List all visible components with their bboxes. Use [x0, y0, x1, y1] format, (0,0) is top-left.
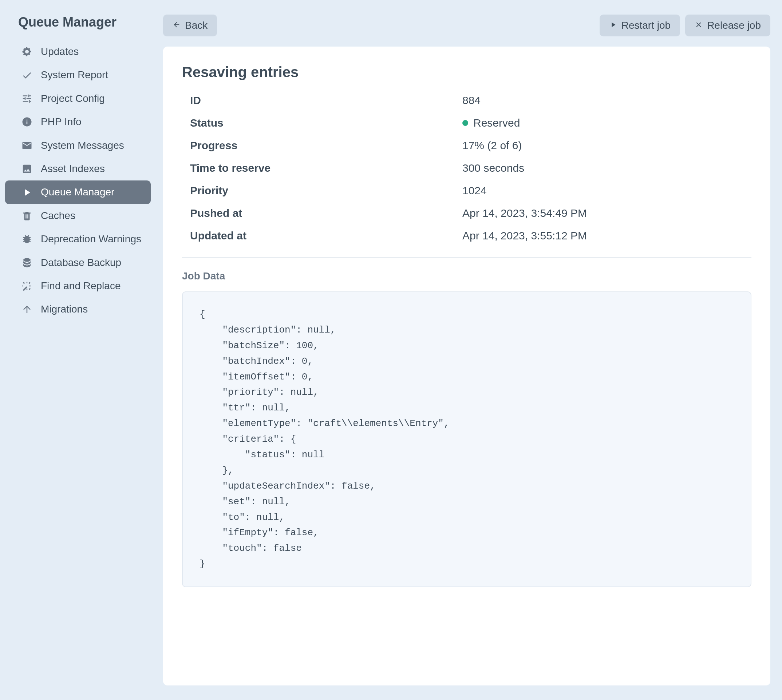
sidebar-item-updates[interactable]: Updates: [5, 40, 151, 63]
divider: [182, 257, 752, 258]
back-button[interactable]: Back: [163, 15, 217, 37]
details-label: Status: [182, 117, 462, 129]
sidebar-item-label: Asset Indexes: [41, 162, 105, 175]
content-card: Resaving entries ID884StatusReservedProg…: [163, 47, 770, 685]
sidebar-item-label: Caches: [41, 209, 75, 222]
release-job-label: Release job: [707, 20, 761, 31]
wand-icon: [21, 280, 33, 292]
restart-job-label: Restart job: [622, 20, 671, 31]
sidebar-title: Queue Manager: [5, 15, 151, 40]
details-value-text: 300 seconds: [462, 162, 524, 174]
arrow-left-icon: [172, 20, 180, 31]
details-value: 300 seconds: [462, 162, 752, 174]
toolbar: Back Restart job Release job: [163, 15, 770, 37]
sidebar-item-label: PHP Info: [41, 115, 82, 128]
close-icon: [695, 20, 703, 31]
sidebar-item-caches[interactable]: Caches: [5, 204, 151, 227]
image-icon: [21, 163, 33, 175]
sidebar-item-label: Queue Manager: [41, 185, 114, 198]
sidebar-item-label: System Report: [41, 68, 108, 82]
info-icon: [21, 116, 33, 128]
sidebar-item-label: Updates: [41, 45, 79, 58]
status-dot-icon: [462, 120, 468, 126]
job-data-code: { "description": null, "batchSize": 100,…: [182, 292, 752, 587]
details-label: ID: [182, 94, 462, 107]
sidebar-item-migrations[interactable]: Migrations: [5, 298, 151, 321]
sliders-icon: [21, 93, 33, 104]
nav-list: UpdatesSystem ReportProject ConfigPHP In…: [5, 40, 151, 321]
job-data-heading: Job Data: [182, 270, 752, 282]
sidebar-item-find-and-replace[interactable]: Find and Replace: [5, 274, 151, 298]
details-label: Priority: [182, 185, 462, 197]
details-value-text: Apr 14, 2023, 3:54:49 PM: [462, 207, 587, 219]
page-title: Resaving entries: [182, 64, 752, 80]
details-value: 1024: [462, 185, 752, 197]
details-value: Apr 14, 2023, 3:55:12 PM: [462, 230, 752, 242]
details-label: Time to reserve: [182, 162, 462, 174]
arrow-up-icon: [21, 303, 33, 315]
sidebar-item-project-config[interactable]: Project Config: [5, 87, 151, 110]
details-table: ID884StatusReservedProgress17% (2 of 6)T…: [182, 89, 752, 247]
restart-job-button[interactable]: Restart job: [600, 15, 680, 37]
details-value: Reserved: [462, 117, 752, 129]
details-row: Updated atApr 14, 2023, 3:55:12 PM: [182, 225, 752, 247]
envelope-icon: [21, 140, 33, 152]
gear-icon: [21, 46, 33, 57]
details-row: Progress17% (2 of 6): [182, 134, 752, 157]
sidebar-item-label: Migrations: [41, 303, 88, 316]
details-label: Progress: [182, 139, 462, 152]
details-value: 17% (2 of 6): [462, 139, 752, 152]
sidebar-item-php-info[interactable]: PHP Info: [5, 110, 151, 133]
bug-icon: [21, 233, 33, 245]
sidebar-item-system-report[interactable]: System Report: [5, 63, 151, 87]
details-value-text: 17% (2 of 6): [462, 139, 522, 152]
details-value: Apr 14, 2023, 3:54:49 PM: [462, 207, 752, 219]
trash-icon: [21, 210, 33, 222]
details-value-text: Reserved: [473, 117, 520, 129]
check-icon: [21, 70, 33, 81]
release-job-button[interactable]: Release job: [685, 15, 770, 37]
details-value-text: 1024: [462, 185, 487, 197]
details-label: Pushed at: [182, 207, 462, 219]
sidebar-item-database-backup[interactable]: Database Backup: [5, 251, 151, 274]
sidebar-item-deprecation-warnings[interactable]: Deprecation Warnings: [5, 227, 151, 251]
database-icon: [21, 257, 33, 268]
sidebar-item-asset-indexes[interactable]: Asset Indexes: [5, 157, 151, 180]
sidebar-item-system-messages[interactable]: System Messages: [5, 134, 151, 157]
play-icon: [609, 20, 617, 31]
sidebar: Queue Manager UpdatesSystem ReportProjec…: [0, 0, 156, 700]
sidebar-item-queue-manager[interactable]: Queue Manager: [5, 180, 151, 204]
sidebar-item-label: System Messages: [41, 139, 124, 152]
details-value: 884: [462, 94, 752, 107]
details-value-text: 884: [462, 94, 481, 107]
details-label: Updated at: [182, 230, 462, 242]
sidebar-item-label: Find and Replace: [41, 279, 120, 293]
sidebar-item-label: Database Backup: [41, 256, 121, 269]
details-row: ID884: [182, 89, 752, 112]
details-value-text: Apr 14, 2023, 3:55:12 PM: [462, 230, 587, 242]
sidebar-item-label: Deprecation Warnings: [41, 232, 141, 246]
details-row: Pushed atApr 14, 2023, 3:54:49 PM: [182, 202, 752, 225]
back-button-label: Back: [185, 20, 207, 31]
main: Back Restart job Release job: [156, 0, 782, 700]
sidebar-item-label: Project Config: [41, 92, 105, 105]
details-row: StatusReserved: [182, 112, 752, 134]
play-icon: [21, 187, 33, 198]
details-row: Priority1024: [182, 179, 752, 202]
details-row: Time to reserve300 seconds: [182, 157, 752, 179]
